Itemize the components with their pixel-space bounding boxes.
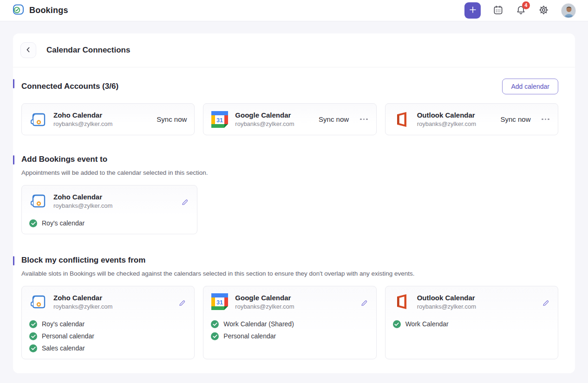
- calendar-email: roybanks@zylker.com: [53, 120, 112, 127]
- check-icon: [393, 320, 401, 328]
- calendar-icon: [493, 5, 503, 17]
- calendar-connections-panel: Calendar Connections Connected Accounts …: [13, 33, 575, 373]
- calendar-name: Zoho Calendar: [53, 111, 112, 119]
- list-item: Work Calendar (Shared): [211, 320, 368, 328]
- section-accent-bar: [13, 155, 14, 165]
- more-menu-icon[interactable]: [359, 117, 369, 122]
- google-calendar-icon: 31: [211, 293, 229, 310]
- edit-button[interactable]: [541, 298, 550, 309]
- chevron-left-icon: [25, 46, 32, 54]
- notifications-button[interactable]: 4: [516, 5, 526, 17]
- topbar: Bookings: [0, 0, 588, 21]
- plus-icon: [469, 6, 477, 15]
- calendar-nav-button[interactable]: [493, 5, 503, 17]
- card-header: Zoho Calendar roybanks@zylker.com: [22, 185, 197, 214]
- calendar-item-label: Roy's calendar: [42, 219, 85, 227]
- calendar-name: Zoho Calendar: [53, 294, 112, 302]
- section-title: Add Bookings event to: [21, 155, 107, 164]
- outlook-calendar-icon: [393, 111, 411, 128]
- calendar-name: Google Calendar: [235, 111, 294, 119]
- calendar-info: Zoho Calendar roybanks@zylker.com: [53, 111, 112, 127]
- user-avatar[interactable]: [561, 3, 576, 18]
- block-cards-row: Zoho Calendar roybanks@zylker.com Roy's …: [21, 286, 558, 359]
- pencil-icon: [181, 200, 189, 207]
- calendar-email: roybanks@zylker.com: [417, 303, 476, 310]
- app-brand[interactable]: Bookings: [12, 3, 68, 18]
- create-button[interactable]: [464, 2, 481, 19]
- calendar-email: roybanks@zylker.com: [417, 120, 476, 127]
- list-item: Roy's calendar: [29, 219, 189, 227]
- calendar-item-label: Personal calendar: [223, 332, 276, 340]
- block-card-google: 31 Google Calendar roybanks@zylker.com: [203, 286, 376, 359]
- section-block-conflicting-events: Block my conflicting events from Availab…: [13, 256, 558, 359]
- svg-text:31: 31: [216, 299, 223, 306]
- section-header: Block my conflicting events from: [13, 256, 558, 265]
- settings-button[interactable]: [538, 5, 549, 17]
- calendar-email: roybanks@zylker.com: [53, 202, 112, 209]
- google-calendar-icon: 31: [211, 111, 229, 128]
- list-item: Work Calendar: [393, 320, 550, 328]
- block-card-outlook: Outlook Calendar roybanks@zylker.com Wor…: [385, 286, 558, 359]
- calendar-email: roybanks@zylker.com: [53, 303, 112, 310]
- calendar-name: Zoho Calendar: [53, 193, 112, 201]
- app-title: Bookings: [29, 6, 68, 15]
- panel-body: Connected Accounts (3/6) Add calendar Zo…: [13, 79, 575, 373]
- selected-calendars-list: Roy's calendar Personal calendar Sales c…: [22, 315, 194, 353]
- calendar-info: Zoho Calendar roybanks@zylker.com: [53, 193, 112, 209]
- more-menu-icon[interactable]: [541, 117, 550, 122]
- calendar-name: Google Calendar: [235, 294, 294, 302]
- pencil-icon: [178, 301, 186, 308]
- edit-button[interactable]: [180, 198, 189, 208]
- add-event-card-zoho: Zoho Calendar roybanks@zylker.com Roy's …: [21, 185, 197, 234]
- list-item: Personal calendar: [211, 332, 368, 340]
- calendar-name: Outlook Calendar: [417, 111, 476, 119]
- card-header: Outlook Calendar roybanks@zylker.com: [385, 286, 558, 315]
- sync-now-button[interactable]: Sync now: [319, 115, 349, 123]
- outlook-calendar-icon: [393, 293, 411, 310]
- connected-card-google: 31 Google Calendar roybanks@zylker.com S…: [203, 103, 376, 135]
- pencil-icon: [542, 301, 549, 308]
- list-item: Personal calendar: [29, 332, 187, 340]
- list-item: Sales calendar: [29, 344, 187, 352]
- section-header: Connected Accounts (3/6) Add calendar: [13, 79, 558, 94]
- check-icon: [211, 320, 219, 328]
- block-card-zoho: Zoho Calendar roybanks@zylker.com Roy's …: [21, 286, 195, 359]
- check-icon: [29, 332, 37, 340]
- check-icon: [29, 320, 37, 328]
- section-add-bookings-event: Add Bookings event to Appointments will …: [13, 155, 558, 234]
- check-icon: [29, 219, 37, 227]
- bookings-logo-icon: [12, 3, 25, 18]
- calendar-item-label: Personal calendar: [42, 332, 94, 340]
- selected-calendars-list: Work Calendar: [385, 315, 558, 329]
- svg-text:31: 31: [216, 117, 223, 123]
- selected-calendars-list: Work Calendar (Shared) Personal calendar: [203, 315, 376, 341]
- check-icon: [29, 344, 37, 352]
- connected-cards-row: Zoho Calendar roybanks@zylker.com Sync n…: [21, 103, 558, 135]
- selected-calendars-list: Roy's calendar: [22, 214, 197, 228]
- connected-card-outlook: Outlook Calendar roybanks@zylker.com Syn…: [385, 103, 558, 135]
- topbar-actions: 4: [464, 2, 576, 19]
- edit-button[interactable]: [177, 298, 187, 309]
- zoho-calendar-icon: [29, 192, 47, 210]
- zoho-calendar-icon: [29, 293, 47, 310]
- section-accent-bar: [13, 79, 14, 88]
- calendar-email: roybanks@zylker.com: [235, 303, 294, 310]
- gear-icon: [538, 5, 549, 17]
- section-title: Connected Accounts (3/6): [21, 82, 118, 91]
- calendar-info: Zoho Calendar roybanks@zylker.com: [53, 294, 112, 310]
- sync-now-button[interactable]: Sync now: [500, 115, 530, 123]
- list-item: Roy's calendar: [29, 320, 187, 328]
- panel-header: Calendar Connections: [13, 33, 575, 67]
- back-button[interactable]: [20, 42, 36, 58]
- section-title: Block my conflicting events from: [21, 256, 145, 265]
- sync-now-button[interactable]: Sync now: [157, 115, 187, 123]
- section-accent-bar: [13, 256, 14, 265]
- add-calendar-button[interactable]: Add calendar: [502, 79, 558, 94]
- page-title: Calendar Connections: [46, 46, 130, 55]
- calendar-item-label: Work Calendar (Shared): [223, 320, 294, 328]
- calendar-name: Outlook Calendar: [417, 294, 476, 302]
- notification-badge: 4: [522, 1, 530, 9]
- connected-card-zoho: Zoho Calendar roybanks@zylker.com Sync n…: [21, 103, 195, 135]
- edit-button[interactable]: [359, 298, 369, 309]
- card-header: 31 Google Calendar roybanks@zylker.com: [203, 286, 376, 315]
